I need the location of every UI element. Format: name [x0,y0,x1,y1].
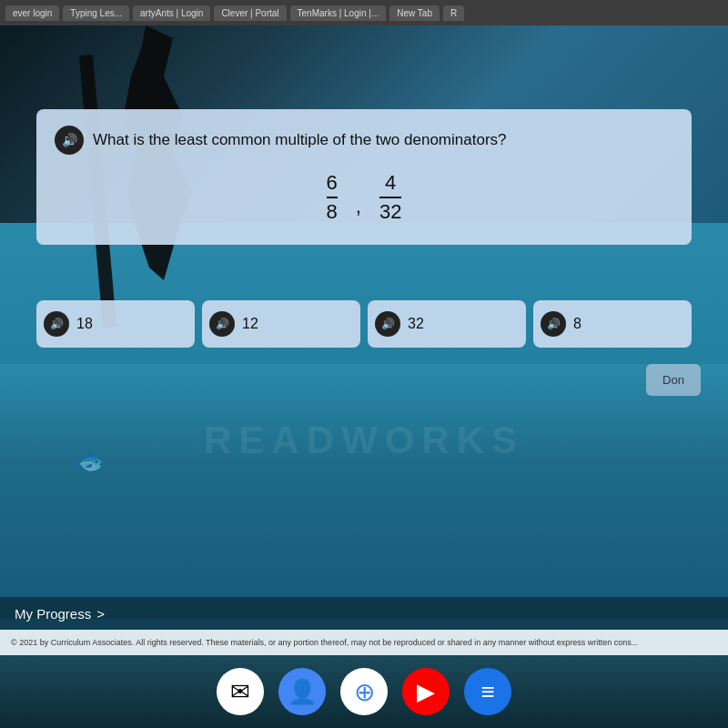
taskbar-youtube-icon[interactable]: ▶ [402,668,450,715]
fraction2-numerator: 4 [385,171,396,195]
youtube-symbol: ▶ [417,678,435,706]
answer-c-speaker[interactable]: 🔊 [375,311,400,337]
fraction-display: 6 8 , 4 32 [55,171,673,225]
progress-bar[interactable]: My Progress > [0,597,728,630]
speaker-icon-a: 🔊 [50,318,64,330]
answer-b-value: 12 [242,316,258,332]
watermark-text: READWORKS [204,419,524,462]
answer-c-value: 32 [408,316,424,332]
answers-row: 🔊 18 🔊 12 🔊 32 🔊 8 [36,300,692,348]
answer-button-b[interactable]: 🔊 12 [202,300,360,348]
speaker-icon-b: 🔊 [216,318,229,330]
tab-tenmarks[interactable]: TenMarks | Login |... [290,5,387,21]
tab-ever-login[interactable]: ever login [5,5,59,21]
answer-a-speaker[interactable]: 🔊 [44,311,69,337]
fraction-2: 4 32 [379,171,401,225]
taskbar: ✉ 👤 ⊕ ▶ ≡ [0,655,728,728]
fraction1-numerator: 6 [327,171,338,195]
tab-r[interactable]: R [443,5,464,21]
tab-newtab[interactable]: New Tab [389,5,440,21]
answer-b-speaker[interactable]: 🔊 [209,311,235,337]
speaker-icon-d: 🔊 [547,318,561,330]
answer-button-a[interactable]: 🔊 18 [36,300,195,348]
fish-silhouette: 🐟 [73,446,105,476]
progress-label: My Progress [15,606,91,622]
chrome-symbol: ⊕ [354,677,375,707]
fraction1-denominator: 8 [327,200,338,224]
speaker-icon-c: 🔊 [381,318,395,330]
question-text: What is the least common multiple of the… [93,131,507,149]
taskbar-contacts-icon[interactable]: 👤 [278,668,326,715]
ocean-background [0,364,728,619]
taskbar-chrome-icon[interactable]: ⊕ [340,668,388,715]
don-label: Don [646,364,701,396]
answer-button-d[interactable]: 🔊 8 [533,300,692,348]
fraction-comma: , [356,195,361,218]
tab-typing[interactable]: Typing Les... [63,5,129,21]
tab-clever[interactable]: Clever | Portal [214,5,286,21]
fraction2-denominator: 32 [379,200,401,224]
browser-bar: ever login Typing Les... artyAnts | Logi… [0,0,728,25]
fraction1-line [327,197,338,198]
answer-button-c[interactable]: 🔊 32 [368,300,526,348]
gmail-symbol: ✉ [230,678,250,706]
footer-copyright: © 2021 by Curriculum Associates. All rig… [0,630,728,655]
contacts-symbol: 👤 [288,678,317,706]
taskbar-gmail-icon[interactable]: ✉ [217,668,264,715]
copyright-text: © 2021 by Curriculum Associates. All rig… [11,638,638,647]
answer-d-speaker[interactable]: 🔊 [541,311,566,337]
fraction-1: 6 8 [327,171,338,225]
progress-arrow-icon: > [96,606,105,622]
files-symbol: ≡ [480,678,494,706]
fraction2-line [379,197,401,198]
taskbar-files-icon[interactable]: ≡ [464,668,511,715]
speaker-icon: 🔊 [62,133,77,147]
tab-partyants[interactable]: artyAnts | Login [133,5,210,21]
answer-a-value: 18 [76,316,93,332]
question-container: 🔊 What is the least common multiple of t… [36,109,692,245]
answer-d-value: 8 [573,316,581,332]
question-speaker-button[interactable]: 🔊 [55,126,84,155]
question-header: 🔊 What is the least common multiple of t… [55,126,673,155]
